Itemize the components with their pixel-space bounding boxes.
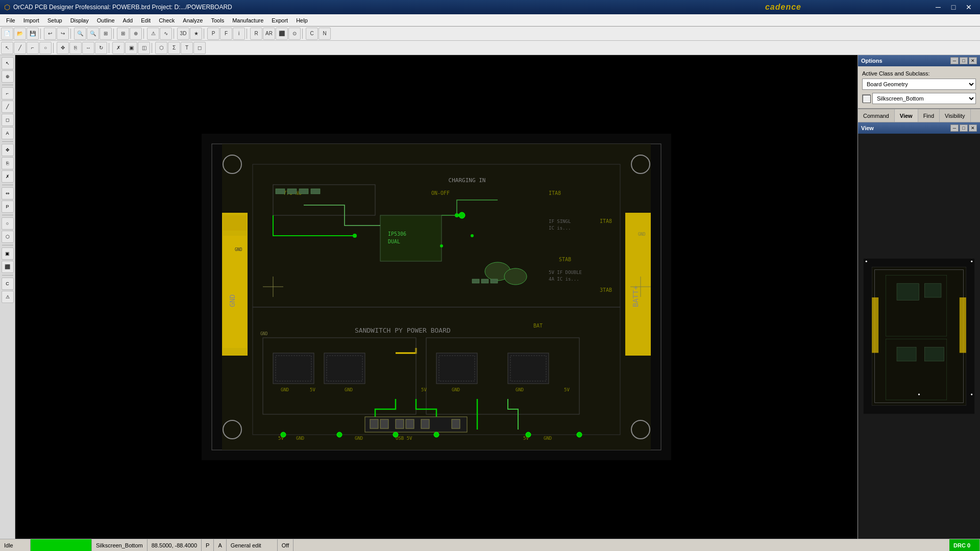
lt-pad[interactable]: ⬡ xyxy=(2,231,14,243)
lt-measure[interactable]: ⇔ xyxy=(2,187,14,199)
svg-rect-97 xyxy=(924,284,941,297)
tb2-pad[interactable]: ⬡ xyxy=(155,42,167,54)
tb2-via[interactable]: ○ xyxy=(39,42,52,54)
view-panel-btns: ─ □ ✕ xyxy=(950,124,977,132)
menu-file[interactable]: File xyxy=(2,16,19,24)
lt-constraint[interactable]: C xyxy=(2,278,14,290)
tb-3d[interactable]: 3D xyxy=(177,28,189,40)
canvas-area[interactable]: GND BATT+ CHARGING IN ON-OFF ITA8 770-NO… xyxy=(15,55,857,539)
menu-tools[interactable]: Tools xyxy=(207,16,228,24)
menu-setup[interactable]: Setup xyxy=(43,16,66,24)
svg-rect-92 xyxy=(872,297,878,353)
subclass-visibility-toggle[interactable] xyxy=(862,94,870,103)
class-dropdown[interactable]: Board Geometry Etch Package Geometry Com… xyxy=(862,79,976,90)
tb-highlight[interactable]: ★ xyxy=(190,28,202,40)
lt-select-mode[interactable]: ↖ xyxy=(2,57,14,69)
tb2-move[interactable]: ✥ xyxy=(57,42,69,54)
view-close-btn[interactable]: ✕ xyxy=(969,124,977,132)
svg-rect-98 xyxy=(897,347,916,361)
lt-property[interactable]: P xyxy=(2,201,14,213)
close-button[interactable]: ✕ xyxy=(962,2,976,13)
lt-delete[interactable]: ✗ xyxy=(2,170,14,183)
tb-info[interactable]: i xyxy=(233,28,245,40)
status-p-flag: P xyxy=(202,539,214,551)
tb-property[interactable]: P xyxy=(207,28,219,40)
tb2-rotate[interactable]: ↻ xyxy=(95,42,107,54)
lt-via[interactable]: ○ xyxy=(2,217,14,230)
options-close-btn[interactable]: ✕ xyxy=(969,57,977,64)
tb-grid[interactable]: ⊞ xyxy=(117,28,129,40)
maximize-button[interactable]: □ xyxy=(946,2,961,13)
tb-save[interactable]: 💾 xyxy=(27,28,39,40)
lt-add-shape[interactable]: ◻ xyxy=(2,114,14,126)
lt-move[interactable]: ✥ xyxy=(2,144,14,156)
minimize-button[interactable]: ─ xyxy=(931,2,945,13)
subclass-row: Silkscreen_Bottom Silkscreen_Top Assembl… xyxy=(862,93,976,104)
svg-point-84 xyxy=(526,432,531,437)
tb2-add-line[interactable]: ╱ xyxy=(14,42,26,54)
tb-zoom-in[interactable]: 🔍 xyxy=(74,28,86,40)
tb-drc[interactable]: ⚠ xyxy=(147,28,159,40)
view-restore-btn[interactable]: □ xyxy=(960,124,968,132)
view-canvas[interactable] xyxy=(858,134,980,539)
menu-import[interactable]: Import xyxy=(19,16,43,24)
lt-add-text[interactable]: A xyxy=(2,127,14,139)
title-bar-controls[interactable]: ─ □ ✕ xyxy=(931,2,976,13)
menu-analyze[interactable]: Analyze xyxy=(179,16,207,24)
tb-constraint[interactable]: C xyxy=(306,28,318,40)
lt-sep-4 xyxy=(2,215,13,215)
tb-snap[interactable]: ⊕ xyxy=(130,28,142,40)
options-restore-btn[interactable]: □ xyxy=(960,57,968,64)
tb2-copy[interactable]: ⎘ xyxy=(69,42,82,54)
tb-autoroute[interactable]: AR xyxy=(263,28,275,40)
lt-drc[interactable]: ⚠ xyxy=(2,291,14,303)
tb2-select[interactable]: ↖ xyxy=(1,42,13,54)
svg-point-83 xyxy=(434,432,439,437)
tb-testpoint[interactable]: ⊙ xyxy=(288,28,301,40)
tb2-shape[interactable]: ◻ xyxy=(193,42,206,54)
tb2-add-connect[interactable]: ⌐ xyxy=(27,42,39,54)
tb2-mirror[interactable]: ↔ xyxy=(82,42,94,54)
pcb-board-view[interactable]: GND BATT+ CHARGING IN ON-OFF ITA8 770-NO… xyxy=(202,134,671,460)
options-minimize-btn[interactable]: ─ xyxy=(950,57,959,64)
tb-undo[interactable]: ↩ xyxy=(44,28,56,40)
lt-flood[interactable]: ▣ xyxy=(2,247,14,260)
menu-outline[interactable]: Outline xyxy=(93,16,119,24)
svg-text:4A  IC is...: 4A IC is... xyxy=(549,277,579,282)
tb2-text[interactable]: T xyxy=(181,42,193,54)
tb2-ungroup[interactable]: ◫ xyxy=(138,42,150,54)
tb2-delete[interactable]: ✗ xyxy=(112,42,125,54)
menu-help[interactable]: Help xyxy=(292,16,312,24)
tb-new[interactable]: 📄 xyxy=(1,28,13,40)
lt-zoom[interactable]: ⊕ xyxy=(2,70,14,83)
tb-find[interactable]: F xyxy=(220,28,232,40)
menu-export[interactable]: Export xyxy=(267,16,292,24)
tab-command[interactable]: Command xyxy=(858,109,895,122)
menu-manufacture[interactable]: Manufacture xyxy=(228,16,267,24)
menu-add[interactable]: Add xyxy=(119,16,137,24)
menu-check[interactable]: Check xyxy=(155,16,179,24)
tb-ratsnest[interactable]: ∿ xyxy=(160,28,172,40)
tab-visibility[interactable]: Visibility xyxy=(940,109,971,122)
lt-copy[interactable]: ⎘ xyxy=(2,157,14,169)
tb-open[interactable]: 📂 xyxy=(14,28,26,40)
tb-zoom-fit[interactable]: ⊞ xyxy=(100,28,112,40)
tb-netlist[interactable]: N xyxy=(318,28,331,40)
menu-edit[interactable]: Edit xyxy=(137,16,155,24)
tb-route[interactable]: R xyxy=(250,28,262,40)
svg-rect-72 xyxy=(421,419,429,429)
tb2-symbol[interactable]: Σ xyxy=(168,42,180,54)
tb-pour[interactable]: ⬛ xyxy=(276,28,288,40)
tab-view[interactable]: View xyxy=(895,109,918,122)
view-minimize-btn[interactable]: ─ xyxy=(950,124,959,132)
lt-pour[interactable]: ⬛ xyxy=(2,261,14,273)
menu-display[interactable]: Display xyxy=(66,16,93,24)
subclass-dropdown[interactable]: Silkscreen_Bottom Silkscreen_Top Assembl… xyxy=(872,93,976,104)
lt-add-line[interactable]: ╱ xyxy=(2,101,14,113)
tb-redo[interactable]: ↪ xyxy=(57,28,69,40)
tb2-group[interactable]: ▣ xyxy=(125,42,137,54)
lt-add-connect[interactable]: ⌐ xyxy=(2,87,14,99)
tb-zoom-out[interactable]: 🔍 xyxy=(87,28,99,40)
svg-point-31 xyxy=(504,268,527,285)
tab-find[interactable]: Find xyxy=(918,109,940,122)
